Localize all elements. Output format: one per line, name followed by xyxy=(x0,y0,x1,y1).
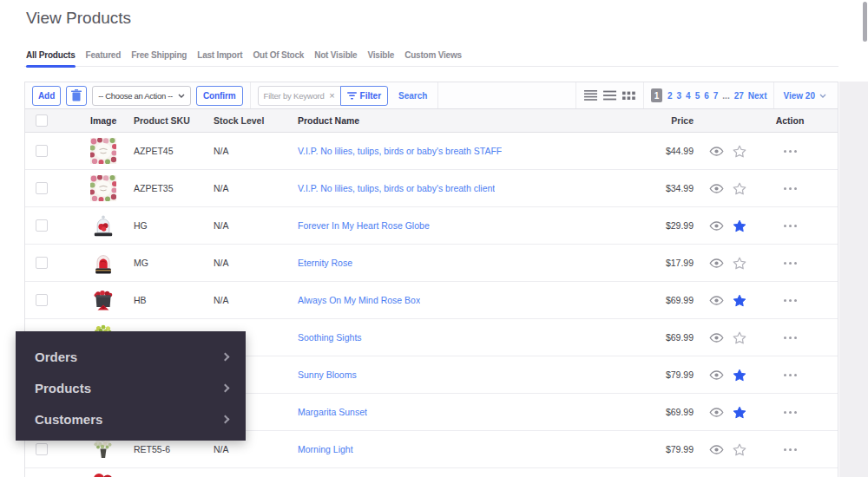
product-price: $17.99 xyxy=(620,258,694,268)
row-checkbox[interactable] xyxy=(36,145,48,157)
view-per-page-select[interactable]: View 20 xyxy=(774,91,838,101)
delete-button[interactable] xyxy=(66,86,87,106)
page-6[interactable]: 6 xyxy=(704,91,709,101)
add-button[interactable]: Add xyxy=(32,86,61,106)
page-7[interactable]: 7 xyxy=(713,91,719,101)
visibility-eye-icon[interactable] xyxy=(709,445,724,454)
visibility-eye-icon[interactable] xyxy=(709,258,724,268)
search-link[interactable]: Search xyxy=(398,91,427,101)
product-thumbnail[interactable] xyxy=(90,287,116,313)
clear-filter-icon[interactable]: × xyxy=(329,90,334,101)
tab-featured[interactable]: Featured xyxy=(86,43,122,66)
visibility-eye-icon[interactable] xyxy=(709,333,724,343)
product-thumbnail[interactable] xyxy=(90,138,116,164)
visibility-eye-icon[interactable] xyxy=(709,408,724,417)
tab-last-import[interactable]: Last Import xyxy=(197,43,242,66)
list-dense-view-icon[interactable] xyxy=(584,90,597,101)
scrollbar-thumb[interactable] xyxy=(863,2,867,42)
product-name-link[interactable]: Margarita Sunset xyxy=(298,407,367,417)
product-name-link[interactable]: Morning Light xyxy=(298,444,353,454)
product-name-link[interactable]: V.I.P. No lilies, tulips, birds or baby'… xyxy=(298,183,495,193)
toolbar: Add -- Choose an Action -- Confirm Filte… xyxy=(25,82,838,108)
product-name-link[interactable]: Sunny Blooms xyxy=(298,369,357,380)
row-actions-button[interactable] xyxy=(784,225,797,227)
chevron-right-icon xyxy=(221,383,230,392)
header-name: Product Name xyxy=(298,115,620,126)
menu-item-customers[interactable]: Customers xyxy=(16,403,246,435)
filter-group: Filter by Keyword × Filter xyxy=(258,86,388,106)
header-sku: Product SKU xyxy=(134,115,214,126)
page-next[interactable]: Next xyxy=(748,91,767,101)
grid-view-icon[interactable] xyxy=(622,91,635,101)
page-current[interactable]: 1 xyxy=(651,88,662,102)
tab-all-products[interactable]: All Products xyxy=(26,43,76,66)
product-sku: RET55-6 xyxy=(134,444,214,454)
product-name-link[interactable]: Soothing Sights xyxy=(298,332,362,343)
page-5[interactable]: 5 xyxy=(695,91,700,101)
select-all-checkbox[interactable] xyxy=(36,114,48,127)
row-checkbox[interactable] xyxy=(36,443,48,455)
row-actions-button[interactable] xyxy=(784,337,797,339)
product-name-link[interactable]: Eternity Rose xyxy=(298,258,352,268)
product-sku: AZPET45 xyxy=(134,146,214,156)
tab-custom-views[interactable]: Custom Views xyxy=(404,43,462,66)
row-actions-button[interactable] xyxy=(784,374,797,376)
row-checkbox[interactable] xyxy=(36,257,48,269)
product-price: $34.99 xyxy=(620,183,694,193)
menu-item-products[interactable]: Products xyxy=(16,372,246,403)
confirm-button[interactable]: Confirm xyxy=(196,86,243,106)
tab-not-visible[interactable]: Not Visible xyxy=(314,43,357,66)
visibility-eye-icon[interactable] xyxy=(709,221,724,231)
table-row xyxy=(25,468,838,477)
row-actions-button[interactable] xyxy=(784,187,797,190)
stock-level: N/A xyxy=(214,258,298,268)
visibility-eye-icon[interactable] xyxy=(709,184,724,193)
header-stock: Stock Level xyxy=(214,115,298,126)
menu-item-orders[interactable]: Orders xyxy=(16,341,246,372)
product-price: $69.99 xyxy=(620,407,694,417)
filter-icon xyxy=(347,92,357,100)
toolbar-right: 1234567...27Next View 20 xyxy=(575,82,838,108)
visibility-eye-icon[interactable] xyxy=(709,296,724,305)
row-actions-button[interactable] xyxy=(784,299,797,302)
product-price: $79.99 xyxy=(620,444,694,454)
product-thumbnail[interactable] xyxy=(90,175,116,201)
filter-button[interactable]: Filter xyxy=(340,86,388,106)
product-thumbnail[interactable] xyxy=(90,250,116,276)
row-actions-button[interactable] xyxy=(784,150,797,153)
page-3[interactable]: 3 xyxy=(677,91,682,101)
header-action: Action xyxy=(742,115,838,126)
chevron-right-icon xyxy=(221,352,230,361)
product-thumbnail[interactable] xyxy=(90,212,116,238)
product-sku: HB xyxy=(134,295,214,305)
product-name-link[interactable]: V.I.P. No lilies, tulips, birds or baby'… xyxy=(298,146,502,156)
page-27[interactable]: 27 xyxy=(734,91,744,101)
list-view-icon[interactable] xyxy=(603,90,616,101)
page-4[interactable]: 4 xyxy=(686,91,691,101)
tab-out-of-stock[interactable]: Out Of Stock xyxy=(253,43,304,66)
stock-level: N/A xyxy=(214,146,298,156)
row-checkbox[interactable] xyxy=(36,294,48,306)
row-checkbox[interactable] xyxy=(36,219,48,232)
toolbar-divider xyxy=(437,82,438,108)
menu-item-label: Orders xyxy=(35,350,77,364)
product-name-link[interactable]: Forever In My Heart Rose Globe xyxy=(298,220,430,231)
action-select[interactable]: -- Choose an Action -- xyxy=(92,86,191,106)
row-checkbox[interactable] xyxy=(36,182,48,194)
row-actions-button[interactable] xyxy=(784,448,797,451)
visibility-eye-icon[interactable] xyxy=(709,370,724,380)
filter-keyword-input[interactable]: Filter by Keyword × xyxy=(258,86,341,106)
page-2[interactable]: 2 xyxy=(667,91,673,101)
row-actions-button[interactable] xyxy=(784,411,797,414)
tab-bar: All ProductsFeaturedFree ShippingLast Im… xyxy=(24,43,838,67)
tab-free-shipping[interactable]: Free Shipping xyxy=(131,43,187,66)
chevron-down-icon xyxy=(819,94,826,98)
tab-visible[interactable]: Visible xyxy=(367,43,394,66)
product-sku: AZPET35 xyxy=(134,183,214,193)
product-thumbnail[interactable] xyxy=(90,474,116,477)
row-actions-button[interactable] xyxy=(784,262,797,265)
stock-level: N/A xyxy=(214,183,298,193)
product-price: $69.99 xyxy=(620,332,694,343)
visibility-eye-icon[interactable] xyxy=(709,147,724,156)
product-name-link[interactable]: Always On My Mind Rose Box xyxy=(298,295,420,305)
